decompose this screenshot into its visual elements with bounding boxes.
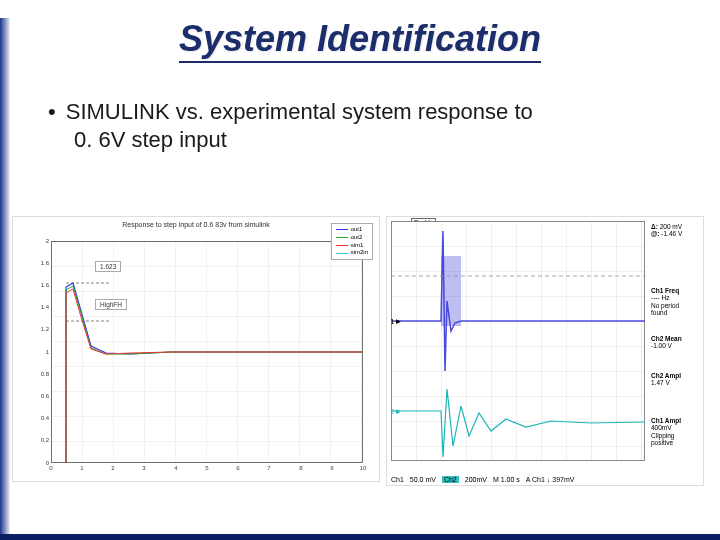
scope-trace-svg: 1► 2► <box>391 221 645 461</box>
x-tick: 5 <box>205 465 208 471</box>
bullet-line1: SIMULINK vs. experimental system respons… <box>66 99 533 124</box>
y-tick: 1.6 <box>41 260 49 266</box>
measure-ch1-ampl: Ch1 Ampl 400mV Clipping positive <box>651 417 701 447</box>
oscilloscope-capture: Tek PreVu 1► 2► Δ: 200 mV @: -1.46 V Ch <box>386 216 704 486</box>
x-tick: 9 <box>330 465 333 471</box>
bullet-text: •SIMULINK vs. experimental system respon… <box>48 98 672 153</box>
legend-row: out1 <box>336 226 368 234</box>
bullet-marker: • <box>48 99 56 124</box>
y-tick: 2 <box>46 238 49 244</box>
y-tick: 1.2 <box>41 326 49 332</box>
x-tick: 7 <box>267 465 270 471</box>
x-tick: 0 <box>49 465 52 471</box>
svg-text:1►: 1► <box>391 317 402 326</box>
measure-ch2-mean: Ch2 Mean -1.00 V <box>651 335 701 350</box>
x-tick: 2 <box>111 465 114 471</box>
x-tick: 1 <box>80 465 83 471</box>
bullet-line2: 0. 6V step input <box>74 126 672 154</box>
x-tick: 6 <box>236 465 239 471</box>
matlab-plot-title: Response to step input of 0.6 83v from s… <box>13 221 379 228</box>
y-tick: 1.4 <box>41 304 49 310</box>
matlab-trace-svg <box>51 241 363 463</box>
y-tick: 1.6 <box>41 282 49 288</box>
x-tick: 4 <box>174 465 177 471</box>
svg-text:2►: 2► <box>391 407 402 416</box>
figure-row: Response to step input of 0.6 83v from s… <box>12 216 720 486</box>
slide: System Identification •SIMULINK vs. expe… <box>0 18 720 540</box>
y-tick: 0.2 <box>41 437 49 443</box>
bottom-bar <box>0 534 720 540</box>
measure-ch2-ampl: Ch2 Ampl 1.47 V <box>651 372 701 387</box>
svg-rect-2 <box>441 256 461 326</box>
y-tick: 0.4 <box>41 415 49 421</box>
slide-title: System Identification <box>0 18 720 60</box>
left-gradient-bar <box>0 18 10 540</box>
x-tick: 8 <box>299 465 302 471</box>
scope-footer: Ch1 50.0 mV Ch2 200mV M 1.00 s A Ch1 ↓ 3… <box>391 476 574 483</box>
y-tick: 1 <box>46 349 49 355</box>
matlab-plot: Response to step input of 0.6 83v from s… <box>12 216 380 482</box>
y-tick: 0.6 <box>41 393 49 399</box>
cursor-readout: Δ: 200 mV @: -1.46 V <box>651 223 701 238</box>
y-tick: 0.8 <box>41 371 49 377</box>
measure-ch1-freq: Ch1 Freq ---- Hz No period found <box>651 287 701 317</box>
x-tick: 3 <box>142 465 145 471</box>
x-tick: 10 <box>360 465 367 471</box>
